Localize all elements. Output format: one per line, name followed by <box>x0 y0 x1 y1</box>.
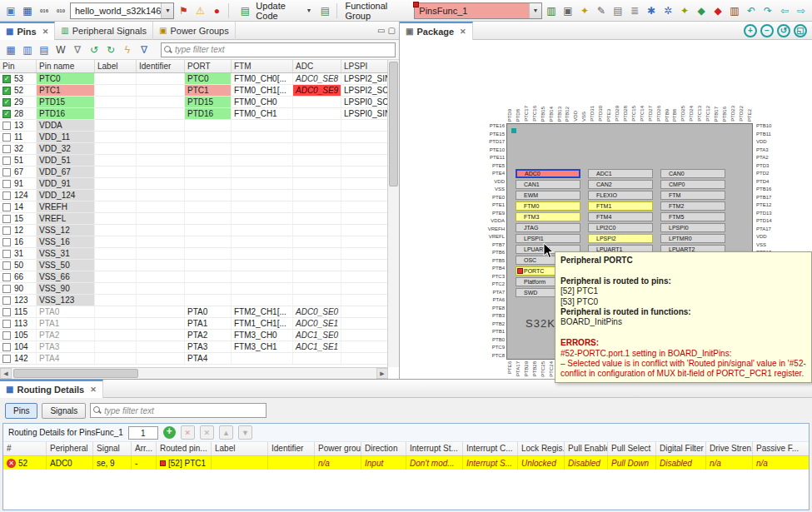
row-count-field[interactable]: 1 <box>128 426 158 440</box>
pin-checkbox[interactable] <box>2 238 11 246</box>
peripheral-box-jtag[interactable]: JTAG <box>516 223 580 232</box>
adc-cell[interactable] <box>293 295 341 306</box>
table-export-icon[interactable]: ▤ <box>37 42 52 57</box>
minimize-icon[interactable]: ▭ <box>377 26 385 35</box>
label-cell[interactable] <box>95 120 137 131</box>
chevron-down-icon[interactable]: ▼ <box>306 7 312 13</box>
binary-010-icon[interactable]: 010 <box>53 3 68 18</box>
pin-red-icon[interactable]: ◆ <box>710 3 725 18</box>
zoom-out-icon[interactable]: − <box>760 24 774 37</box>
ftm-cell[interactable] <box>232 167 293 177</box>
update-code-button[interactable]: ▤ Update Code ▼ <box>233 2 316 19</box>
port-cell[interactable] <box>185 143 232 154</box>
zoom-reset-icon[interactable]: ↺ <box>777 24 790 37</box>
pin-name-cell[interactable]: VSS_123 <box>37 295 95 306</box>
lpspi-cell[interactable] <box>341 330 388 341</box>
peripheral-box-flexio[interactable]: FLEXIO <box>588 191 653 200</box>
column-header-port[interactable]: PORT <box>185 60 232 72</box>
pin-row-104[interactable]: 104PTA3PTA3FTM3_CH1ADC1_SE1 <box>0 341 388 353</box>
pin-name-cell[interactable]: PTC0 <box>37 73 95 84</box>
ftm-cell[interactable] <box>232 132 293 142</box>
rotate-cw-icon[interactable]: ↻ <box>103 42 118 57</box>
adc-cell[interactable] <box>293 271 341 282</box>
ftm-cell[interactable] <box>232 155 293 166</box>
routing-column-header[interactable]: Passive F... <box>753 442 812 455</box>
gears-icon[interactable]: ✱ <box>644 3 659 18</box>
code-options-icon[interactable]: ▤ <box>317 3 332 18</box>
ftm-cell[interactable]: FTM3_CH0 <box>232 330 293 341</box>
peripheral-box-lpspi2[interactable]: LPSPI2 <box>588 234 653 243</box>
ftm-cell[interactable]: FTM0_CH1[... <box>232 85 293 96</box>
ftm-cell[interactable] <box>232 353 293 364</box>
filter-funnel-icon[interactable]: ∇ <box>70 42 85 57</box>
signals-toggle-button[interactable]: Signals <box>42 403 86 419</box>
maximize-icon[interactable]: ▢ <box>388 26 396 35</box>
pin-name-cell[interactable]: PTC1 <box>37 85 95 96</box>
pin-checkbox[interactable] <box>2 273 11 281</box>
identifier-cell[interactable] <box>137 143 185 154</box>
pin-name-cell[interactable]: VREFL <box>37 213 95 224</box>
identifier-cell[interactable] <box>137 295 185 306</box>
pin-checkbox[interactable] <box>2 180 11 188</box>
pin-row-53[interactable]: ✓53PTC0PTC0FTM0_CH0[...ADC0_SE8LPSPI2_SI… <box>0 73 388 85</box>
move-down-button[interactable]: ▼ <box>238 425 252 440</box>
label-cell[interactable] <box>95 97 137 107</box>
identifier-cell[interactable] <box>137 190 185 201</box>
adc-cell[interactable] <box>293 155 341 166</box>
scroll-left-icon[interactable]: ◀ <box>0 368 12 379</box>
label-cell[interactable] <box>95 108 137 119</box>
flag-icon[interactable]: ⚑ <box>176 3 191 18</box>
chevron-down-icon[interactable]: ▼ <box>161 3 173 18</box>
pin-checkbox[interactable] <box>2 122 11 130</box>
pin-row-13[interactable]: 13VDDA <box>0 120 388 132</box>
pins-filter-input[interactable] <box>175 44 395 56</box>
adc-cell[interactable] <box>293 108 341 119</box>
pin-row-124[interactable]: 124VDD_124 <box>0 190 388 201</box>
lpspi-cell[interactable] <box>341 120 388 131</box>
lpspi-cell[interactable] <box>341 236 388 247</box>
port-cell[interactable] <box>185 167 232 177</box>
port-cell[interactable]: PTA2 <box>185 330 232 341</box>
lpspi-cell[interactable] <box>341 260 388 271</box>
adc-cell[interactable] <box>293 248 341 259</box>
pin-name-cell[interactable]: VSS_66 <box>37 271 95 282</box>
pin-name-cell[interactable]: PTA0 <box>37 306 95 317</box>
list-icon[interactable]: ≣ <box>627 3 642 18</box>
column-header-label[interactable]: Label <box>95 60 137 72</box>
peripheral-box-ftm1[interactable]: FTM1 <box>588 201 653 211</box>
label-cell[interactable] <box>95 132 137 142</box>
label-cell[interactable] <box>95 190 137 201</box>
routing-column-header[interactable]: Pull Select <box>608 442 656 455</box>
table-columns-icon[interactable]: ▥ <box>20 42 35 57</box>
label-cell[interactable] <box>95 260 137 271</box>
pin-checkbox[interactable] <box>2 261 11 270</box>
pin-row-123[interactable]: 123VSS_123 <box>0 295 388 306</box>
pin-name-cell[interactable]: VSS_90 <box>37 283 95 294</box>
pin-row-105[interactable]: 105PTA2PTA2FTM3_CH0ADC1_SE0 <box>0 330 388 341</box>
adc-cell[interactable]: ADC1_SE1 <box>293 341 341 352</box>
library-icon[interactable]: ▥ <box>544 3 559 18</box>
adc-cell[interactable] <box>293 225 341 236</box>
pin-name-cell[interactable]: VDD_67 <box>37 167 95 177</box>
port-cell[interactable]: PTA0 <box>185 306 232 317</box>
lpspi-cell[interactable] <box>341 341 388 352</box>
pin-name-cell[interactable]: VDD_11 <box>37 132 95 142</box>
port-cell[interactable] <box>185 260 232 271</box>
lpspi-cell[interactable]: LPSPI0_SIN <box>341 108 388 119</box>
port-cell[interactable]: PTC1 <box>185 85 232 96</box>
label-cell[interactable] <box>95 155 137 166</box>
port-cell[interactable] <box>185 178 232 189</box>
routing-column-header[interactable]: # <box>3 442 47 455</box>
ftm-cell[interactable]: FTM1_CH1[... <box>232 318 293 329</box>
routing-column-header[interactable]: Peripheral <box>47 442 93 455</box>
pin-row-15[interactable]: 15VREFL <box>0 213 388 225</box>
pin-checkbox[interactable] <box>2 133 11 142</box>
routing-cell[interactable]: se, 9 <box>93 456 132 470</box>
adc-cell[interactable] <box>293 190 341 201</box>
port-cell[interactable] <box>185 201 232 212</box>
port-cell[interactable] <box>185 213 232 224</box>
identifier-cell[interactable] <box>137 225 185 236</box>
pin-checkbox[interactable] <box>2 168 11 176</box>
peripheral-box-ewm[interactable]: EWM <box>516 191 580 200</box>
pin-row-16[interactable]: 16VSS_16 <box>0 236 388 248</box>
